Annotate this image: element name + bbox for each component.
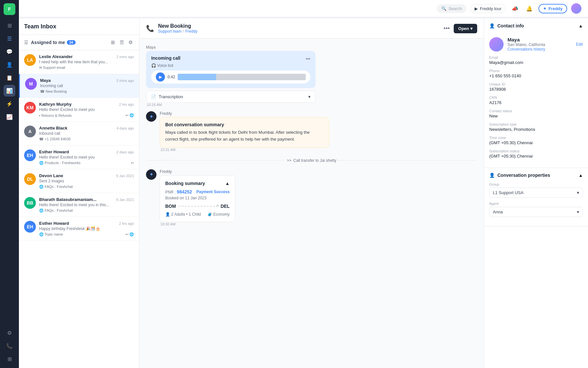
conversation-properties-section: 👤 Conversation properties ▲ Group L1 Sup… xyxy=(484,168,588,226)
conv-name-devon: Devon Lane xyxy=(39,173,63,178)
collapse-contact-icon[interactable]: ▲ xyxy=(579,23,583,28)
megaphone-button[interactable]: 📣 xyxy=(510,4,520,14)
subscription-status-field: Subscription status (GMT +05:30) Chennai xyxy=(489,149,583,159)
agent-select[interactable]: Anna ▾ xyxy=(489,207,583,217)
chat-body: Maya Incoming call ••• 🎧 Voice bot ▶ 0:4… xyxy=(140,38,484,368)
grid-view-button[interactable]: ⊞ xyxy=(110,38,116,47)
sidebar: F ⊞ ☰ 💬 👤 📋 📊 ⚡ 📈 ⚙ 📞 ⊞ xyxy=(0,0,19,368)
search-bar[interactable]: 🔍 Search xyxy=(437,4,466,13)
transcription-label: Transcription xyxy=(159,94,183,99)
list-view-button[interactable]: ☰ xyxy=(118,38,125,47)
group-select[interactable]: L1 Support USA ▾ xyxy=(489,188,583,198)
conversations-history-link[interactable]: Conversations history xyxy=(507,47,545,52)
search-icon: 🔍 xyxy=(441,6,447,11)
sidebar-item-contacts[interactable]: 👤 xyxy=(4,59,15,70)
sidebar-item-apps[interactable]: ⊞ xyxy=(4,353,15,365)
conv-item-annette[interactable]: A Annette Black 4 days ago Inbound call … xyxy=(19,122,139,146)
conv-content-maya: Maya 2 mins ago Incoming call ☎ New Book… xyxy=(40,78,134,94)
avatar-annette: A xyxy=(24,126,36,137)
list-subheader: ☰ Assigned to me 34 ⊞ ☰ ⚙ xyxy=(19,35,139,50)
sidebar-item-reports[interactable]: 📋 xyxy=(4,72,15,84)
bot-summary-text: Maya called in to book flight tickets fo… xyxy=(165,129,324,143)
conv-tag-esther2: 🌐 Topic name ↩ 🌐 xyxy=(39,232,134,237)
conv-content-leslie: Leslie Alexander 2 mins ago I need help … xyxy=(39,54,134,70)
conv-content-devon: Devon Lane 9 Jan 2021 Sent 2 images 🌐 FA… xyxy=(39,173,134,189)
call-transfer-arrows: >> xyxy=(287,158,291,163)
timezone-value: (GMT +05:30) Chennai xyxy=(489,140,583,145)
agent-label: Agent xyxy=(489,202,583,206)
email-value: Maya@gmail.com xyxy=(489,60,583,65)
conv-time-leslie: 2 mins ago xyxy=(116,55,134,59)
conv-content-annette: Annette Black 4 days ago Inbound call ☎ … xyxy=(39,126,134,141)
message-freddy-booking: ✦ Freddy Booking summary ▲ PNR : xyxy=(146,169,477,226)
conv-tag-kathryn: ▪ Returns & Refunds ↩ 🌐 xyxy=(39,113,134,117)
conv-time-devon: 9 Jan 2021 xyxy=(116,174,134,178)
conversation-list: Team Inbox ☰ Assigned to me 34 ⊞ ☰ ⚙ xyxy=(19,19,140,368)
agent-dropdown-icon: ▾ xyxy=(577,209,579,214)
timezone-label: Time zone xyxy=(489,136,583,140)
crn-label: CRN xyxy=(489,96,583,100)
sidebar-item-phone[interactable]: 📞 xyxy=(4,340,15,352)
contact-info-header[interactable]: 👤 Contact info ▲ xyxy=(484,19,588,33)
sidebar-item-settings[interactable]: ⚙ xyxy=(4,327,15,339)
message-maya-call: Maya Incoming call ••• 🎧 Voice bot ▶ 0:4… xyxy=(146,45,477,107)
contact-location: San Mateo, California xyxy=(507,42,545,47)
play-button[interactable]: ▶ xyxy=(156,72,165,82)
more-icon[interactable]: ••• xyxy=(306,56,310,61)
user-avatar[interactable] xyxy=(571,3,581,14)
conv-item-kathryn[interactable]: KM Kathryn Murphy 2 hrs ago Hello there!… xyxy=(19,98,139,122)
contact-info-title: 👤 Contact info xyxy=(489,23,524,28)
sidebar-item-inbox[interactable]: ☰ xyxy=(4,33,15,44)
brand-logo: F xyxy=(4,3,15,15)
avatar-leslie: LA xyxy=(24,54,36,66)
conv-preview-kathryn: Hello there! Excited to meet you xyxy=(39,107,134,112)
chat-header: 📞 New Booking Support team / Freddy ••• xyxy=(140,19,484,38)
sidebar-item-analytics[interactable]: 📈 xyxy=(4,111,15,123)
audio-player[interactable]: ▶ 0:42 xyxy=(151,70,310,84)
booked-date: Booked on 11 Jan 2023 xyxy=(165,196,230,200)
agent-value: Anna xyxy=(493,209,503,214)
conv-item-devon[interactable]: DL Devon Lane 9 Jan 2021 Sent 2 images 🌐… xyxy=(19,169,139,193)
main-chat: 📞 New Booking Support team / Freddy ••• xyxy=(140,19,484,368)
flight-route: BOM DEL xyxy=(165,204,230,209)
conversation-properties-title: 👤 Conversation properties xyxy=(489,173,550,178)
payment-status: Payment Success xyxy=(197,190,230,194)
group-value: L1 Support USA xyxy=(493,190,523,195)
group-field: Group L1 Support USA ▾ xyxy=(489,182,583,198)
filter-button[interactable]: ⚙ xyxy=(127,38,134,47)
email-label: Email xyxy=(489,55,583,59)
conv-item-bharath[interactable]: BB Bharath Balasubramaniam... 9 Jan 2021… xyxy=(19,193,139,217)
contact-card: Maya San Mateo, California Conversations… xyxy=(489,33,583,55)
conv-content-bharath: Bharath Balasubramaniam... 9 Jan 2021 He… xyxy=(39,197,134,213)
contact-info-body: Maya San Mateo, California Conversations… xyxy=(484,33,588,168)
subscription-status-label: Subscription status xyxy=(489,149,583,153)
bell-button[interactable]: 🔔 xyxy=(524,4,535,14)
collapse-icon[interactable]: ▲ xyxy=(225,181,230,186)
sidebar-item-campaigns[interactable]: 📊 xyxy=(4,85,15,97)
freddy-tour-button[interactable]: ▶ Freddy tour xyxy=(470,4,506,13)
collapse-conv-prop-icon[interactable]: ▲ xyxy=(579,173,583,178)
sidebar-item-automation[interactable]: ⚡ xyxy=(4,98,15,110)
conv-item-maya[interactable]: M Maya 2 mins ago Incoming call ☎ New Bo… xyxy=(19,74,139,98)
avatar-kathryn: KM xyxy=(24,102,36,114)
freddy-button[interactable]: ✦ Freddy xyxy=(538,4,567,13)
conv-item-esther2[interactable]: EH Esther Howard 2 hrs ago Happy birthda… xyxy=(19,217,139,241)
conv-item-leslie[interactable]: LA Leslie Alexander 2 mins ago I need he… xyxy=(19,50,139,74)
conv-tag-devon: 🌐 FAQs - Freshchat xyxy=(39,185,134,189)
conv-item-esther1[interactable]: EH Esther Howard 2 days ago Hello there!… xyxy=(19,146,139,169)
audio-waveform xyxy=(178,74,306,80)
conv-content-esther2: Esther Howard 2 hrs ago Happy birthday F… xyxy=(39,221,134,237)
contact-avatar xyxy=(489,37,504,52)
open-button[interactable]: Open ▾ xyxy=(454,24,477,33)
sidebar-item-home[interactable]: ⊞ xyxy=(4,20,15,31)
more-options-button[interactable]: ••• xyxy=(442,24,451,33)
conversation-properties-header[interactable]: 👤 Conversation properties ▲ xyxy=(484,168,588,182)
sidebar-item-chat[interactable]: 💬 xyxy=(4,46,15,57)
transcription-button[interactable]: 📄 Transcription ▾ xyxy=(146,91,316,103)
unique-id-value: 1678908 xyxy=(489,87,583,92)
message-freddy-summary: ✦ Freddy Bot conversation summary Maya c… xyxy=(146,111,477,152)
team-inbox-title: Team Inbox xyxy=(24,23,56,30)
edit-contact-button[interactable]: Edit xyxy=(576,42,583,47)
flight-details: 👤 2 Adults • 1 Child 🧳 Economy xyxy=(165,212,230,217)
conv-tag-annette: ☎ +1 23545 64635 xyxy=(39,137,134,141)
